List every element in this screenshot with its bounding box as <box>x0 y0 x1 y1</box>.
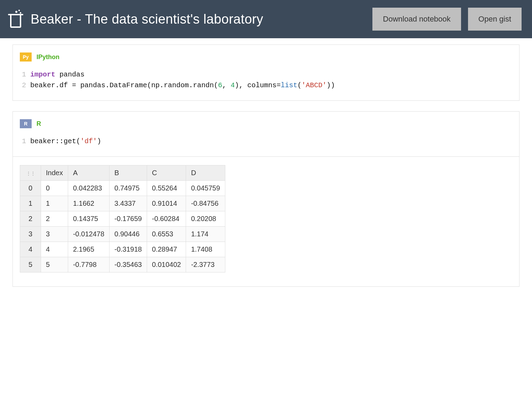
code-editor[interactable]: 1import pandas2beaker.df = pandas.DataFr… <box>13 66 519 100</box>
language-badge-r-icon: R <box>20 119 32 128</box>
svg-point-3 <box>15 11 17 13</box>
svg-point-4 <box>18 10 20 11</box>
table-cell: 3 <box>41 227 68 242</box>
line-number: 1 <box>20 136 30 147</box>
page-title: Beaker - The data scientist's laboratory <box>31 12 365 27</box>
table-cell: -0.35463 <box>110 257 147 272</box>
table-cell: 2.1965 <box>68 242 109 257</box>
table-cell: 0.010402 <box>147 257 186 272</box>
table-cell: -0.60284 <box>147 211 186 227</box>
cell-header: Py IPython <box>13 45 519 66</box>
table-cell: -0.17659 <box>110 211 147 227</box>
line-number: 2 <box>20 80 30 91</box>
code-editor[interactable]: 1beaker::get('df') <box>13 132 519 156</box>
row-number: 0 <box>20 181 41 196</box>
notebook-content: Py IPython 1import pandas2beaker.df = pa… <box>0 38 532 310</box>
table-cell: 0.91014 <box>147 196 186 211</box>
code-source: beaker::get('df') <box>30 136 101 147</box>
table-cell: 1 <box>41 196 68 211</box>
row-number: 5 <box>20 257 41 272</box>
table-row: 33-0.0124780.904460.65531.174 <box>20 227 225 242</box>
app-header: Beaker - The data scientist's laboratory… <box>0 0 532 38</box>
table-row: 55-0.7798-0.354630.010402-2.3773 <box>20 257 225 272</box>
code-source: beaker.df = pandas.DataFrame(np.random.r… <box>30 80 335 91</box>
column-header[interactable]: C <box>147 165 186 181</box>
row-number: 4 <box>20 242 41 257</box>
beaker-logo-icon <box>7 9 24 30</box>
code-cell-ipython: Py IPython 1import pandas2beaker.df = pa… <box>13 44 519 101</box>
table-cell: 0.28947 <box>147 242 186 257</box>
table-cell: 0 <box>41 181 68 196</box>
column-header[interactable]: B <box>110 165 147 181</box>
table-cell: -0.012478 <box>68 227 109 242</box>
table-cell: 0.90446 <box>110 227 147 242</box>
open-gist-button[interactable]: Open gist <box>468 8 522 31</box>
code-source: import pandas <box>30 69 84 80</box>
table-cell: -2.3773 <box>186 257 225 272</box>
table-row: 220.14375-0.17659-0.602840.20208 <box>20 211 225 227</box>
table-cell: -0.84756 <box>186 196 225 211</box>
table-cell: 1.1662 <box>68 196 109 211</box>
table-cell: -0.7798 <box>68 257 109 272</box>
table-cell: 5 <box>41 257 68 272</box>
column-header[interactable]: D <box>186 165 225 181</box>
table-cell: 1.7408 <box>186 242 225 257</box>
table-cell: 0.14375 <box>68 211 109 227</box>
language-name: IPython <box>37 54 59 61</box>
table-cell: 0.20208 <box>186 211 225 227</box>
code-line: 1beaker::get('df') <box>20 136 512 147</box>
row-number: 2 <box>20 211 41 227</box>
column-header[interactable]: A <box>68 165 109 181</box>
column-header[interactable]: Index <box>41 165 68 181</box>
code-line: 2beaker.df = pandas.DataFrame(np.random.… <box>20 80 512 91</box>
table-menu-button[interactable]: ⋮⋮ <box>20 165 41 181</box>
table-cell: 4 <box>41 242 68 257</box>
table-cell: 0.042283 <box>68 181 109 196</box>
language-name: R <box>37 120 41 128</box>
table-row: 111.16623.43370.91014-0.84756 <box>20 196 225 211</box>
code-cell-r: R R 1beaker::get('df') ⋮⋮IndexABCD 000.0… <box>13 111 519 287</box>
table-cell: 0.74975 <box>110 181 147 196</box>
table-cell: 2 <box>41 211 68 227</box>
table-row: 442.1965-0.319180.289471.7408 <box>20 242 225 257</box>
row-number: 1 <box>20 196 41 211</box>
table-cell: -0.31918 <box>110 242 147 257</box>
table-cell: 0.55264 <box>147 181 186 196</box>
download-notebook-button[interactable]: Download notebook <box>372 8 461 31</box>
table-cell: 1.174 <box>186 227 225 242</box>
cell-output: ⋮⋮IndexABCD 000.0422830.749750.552640.04… <box>13 157 519 286</box>
table-cell: 3.4337 <box>110 196 147 211</box>
menu-dots-icon: ⋮⋮ <box>26 171 35 176</box>
cell-header: R R <box>13 112 519 132</box>
line-number: 1 <box>20 69 30 80</box>
row-number: 3 <box>20 227 41 242</box>
language-badge-python-icon: Py <box>20 52 32 62</box>
table-cell: 0.6553 <box>147 227 186 242</box>
table-cell: 0.045759 <box>186 181 225 196</box>
dataframe-table: ⋮⋮IndexABCD 000.0422830.749750.552640.04… <box>20 165 225 272</box>
table-row: 000.0422830.749750.552640.045759 <box>20 181 225 196</box>
svg-rect-0 <box>11 15 21 27</box>
svg-point-5 <box>20 12 21 14</box>
code-line: 1import pandas <box>20 69 512 80</box>
